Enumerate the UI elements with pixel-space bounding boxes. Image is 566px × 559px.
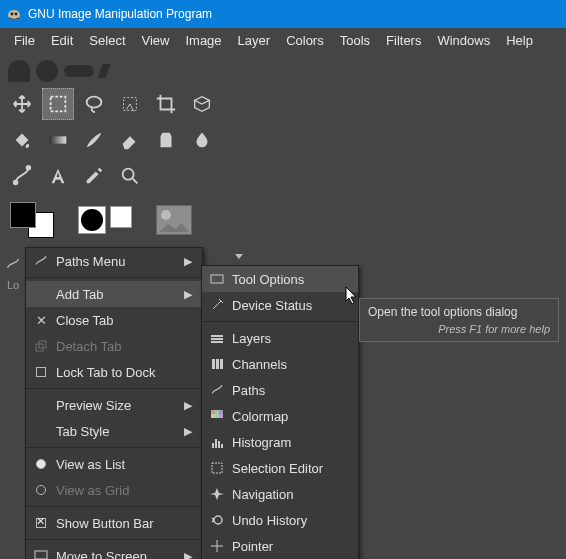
active-image-thumbnail[interactable] (156, 205, 192, 235)
checkbox-icon (36, 367, 46, 377)
menu-item-paths-menu[interactable]: Paths Menu ▶ (26, 248, 202, 274)
svg-point-7 (14, 181, 18, 185)
svg-rect-25 (218, 441, 220, 448)
menu-select[interactable]: Select (81, 30, 133, 51)
tool-color-picker[interactable] (78, 160, 110, 192)
tool-crop[interactable] (150, 88, 182, 120)
chevron-right-icon: ▶ (182, 255, 194, 268)
menu-item-add-tab[interactable]: Add Tab ▶ (26, 281, 202, 307)
tooltip-help-text: Press F1 for more help (368, 323, 550, 335)
paths-icon (32, 254, 50, 268)
menu-help[interactable]: Help (498, 30, 541, 51)
tool-options-icon (208, 273, 226, 285)
title-bar: GNU Image Manipulation Program (0, 0, 566, 28)
tool-paintbrush[interactable] (78, 124, 110, 156)
radio-on-icon (36, 459, 46, 469)
active-pattern-icon[interactable] (110, 206, 132, 228)
svg-rect-16 (220, 359, 223, 369)
menu-tools[interactable]: Tools (332, 30, 378, 51)
svg-rect-27 (212, 463, 222, 473)
separator (26, 388, 202, 389)
chevron-right-icon: ▶ (182, 399, 194, 412)
tool-bucket-fill[interactable] (6, 124, 38, 156)
submenu-item-device-status[interactable]: Device Status (202, 292, 358, 318)
tab-configure-button-icon[interactable] (232, 249, 246, 263)
menubar: File Edit Select View Image Layer Colors… (0, 28, 566, 52)
submenu-item-histogram[interactable]: Histogram (202, 429, 358, 455)
menu-view[interactable]: View (134, 30, 178, 51)
svg-rect-17 (211, 410, 215, 414)
menu-colors[interactable]: Colors (278, 30, 332, 51)
fg-bg-color-swatch[interactable] (10, 202, 54, 238)
separator (26, 539, 202, 540)
svg-rect-15 (216, 359, 219, 369)
menu-edit[interactable]: Edit (43, 30, 81, 51)
svg-rect-13 (211, 275, 223, 283)
svg-rect-19 (219, 410, 223, 414)
submenu-item-undo-history[interactable]: Undo History (202, 507, 358, 533)
tool-clone[interactable] (150, 124, 182, 156)
svg-rect-14 (212, 359, 215, 369)
svg-point-8 (27, 166, 31, 170)
tool-eraser[interactable] (114, 124, 146, 156)
svg-rect-23 (212, 443, 214, 448)
dock-paths-tab-icon[interactable] (2, 253, 24, 275)
toolbox-header-decoration (6, 58, 560, 84)
tool-unified-transform[interactable] (186, 88, 218, 120)
tool-free-select[interactable] (78, 88, 110, 120)
add-tab-submenu: Tool Options Device Status Layers Channe… (201, 265, 359, 559)
tool-rectangle-select[interactable] (42, 88, 74, 120)
tool-smudge[interactable] (186, 124, 218, 156)
menu-item-view-as-grid: View as Grid (26, 477, 202, 503)
fg-color-swatch[interactable] (10, 202, 36, 228)
toolbox (0, 52, 566, 238)
tool-text[interactable] (42, 160, 74, 192)
histogram-icon (208, 435, 226, 449)
submenu-item-colormap[interactable]: Colormap (202, 403, 358, 429)
svg-rect-22 (219, 414, 223, 418)
menu-layer[interactable]: Layer (230, 30, 279, 51)
submenu-item-paths[interactable]: Paths (202, 377, 358, 403)
brush-pattern-indicator[interactable] (78, 206, 132, 234)
separator (26, 506, 202, 507)
svg-rect-20 (211, 414, 215, 418)
submenu-item-channels[interactable]: Channels (202, 351, 358, 377)
separator (202, 321, 358, 322)
close-icon: ✕ (32, 313, 50, 328)
tooltip-text: Open the tool options dialog (368, 305, 550, 319)
menu-item-preview-size[interactable]: Preview Size ▶ (26, 392, 202, 418)
tool-zoom[interactable] (114, 160, 146, 192)
submenu-item-layers[interactable]: Layers (202, 325, 358, 351)
menu-item-show-button-bar[interactable]: Show Button Bar (26, 510, 202, 536)
chevron-right-icon: ▶ (182, 550, 194, 560)
menu-item-view-as-list[interactable]: View as List (26, 451, 202, 477)
undo-history-icon (208, 513, 226, 527)
pointer-icon (208, 539, 226, 553)
radio-off-icon (36, 485, 46, 495)
active-brush-icon[interactable] (78, 206, 106, 234)
app-logo-icon (6, 6, 22, 22)
tool-move[interactable] (6, 88, 38, 120)
submenu-item-selection-editor[interactable]: Selection Editor (202, 455, 358, 481)
menu-item-lock-tab[interactable]: Lock Tab to Dock (26, 359, 202, 385)
svg-point-2 (15, 13, 18, 16)
submenu-item-pointer[interactable]: Pointer (202, 533, 358, 559)
tool-gradient[interactable] (42, 124, 74, 156)
chevron-right-icon: ▶ (182, 288, 194, 301)
submenu-item-tool-options[interactable]: Tool Options (202, 266, 358, 292)
tool-paths[interactable] (6, 160, 38, 192)
menu-file[interactable]: File (6, 30, 43, 51)
menu-filters[interactable]: Filters (378, 30, 429, 51)
separator (26, 447, 202, 448)
menu-windows[interactable]: Windows (429, 30, 498, 51)
menu-image[interactable]: Image (177, 30, 229, 51)
menu-item-close-tab[interactable]: ✕ Close Tab (26, 307, 202, 333)
tool-fuzzy-select[interactable] (114, 88, 146, 120)
menu-item-tab-style[interactable]: Tab Style ▶ (26, 418, 202, 444)
menu-item-move-to-screen[interactable]: Move to Screen ▶ (26, 543, 202, 559)
dock-tab-strip: Lo (0, 251, 26, 291)
chevron-right-icon: ▶ (182, 425, 194, 438)
svg-rect-21 (215, 414, 219, 418)
device-status-icon (208, 298, 226, 312)
submenu-item-navigation[interactable]: Navigation (202, 481, 358, 507)
